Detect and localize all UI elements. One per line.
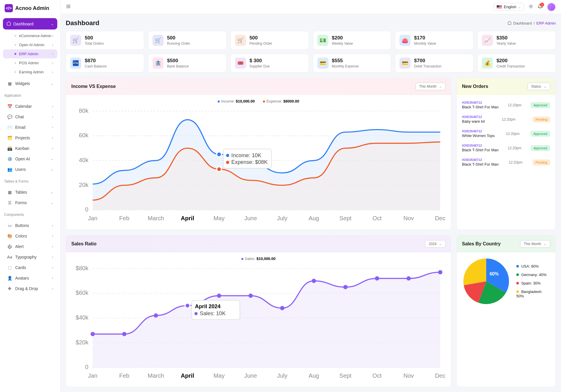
stat-card: 🛒500Total Orders bbox=[66, 31, 144, 50]
chevron-down-icon: ⌄ bbox=[439, 84, 442, 89]
stat-card: 🏦$500Bank Balance bbox=[148, 54, 226, 72]
svg-text:$80k: $80k bbox=[76, 265, 89, 271]
theme-toggle-button[interactable] bbox=[528, 4, 534, 10]
chevron-icon: › bbox=[52, 125, 53, 129]
sidebar-item[interactable]: ✉️Email› bbox=[3, 122, 57, 133]
sidebar-item[interactable]: ☰Forms⌄ bbox=[3, 197, 57, 208]
stat-card: 👛$170Monthly Value bbox=[395, 31, 473, 50]
stat-card: 🎟️$ 300Supplier Due bbox=[231, 54, 309, 72]
stat-label: Supplier Due bbox=[250, 64, 270, 68]
svg-text:Dec: Dec bbox=[435, 372, 446, 379]
menu-toggle-button[interactable] bbox=[66, 4, 71, 10]
svg-text:Aug: Aug bbox=[309, 215, 319, 221]
stat-card: 💰$200Credit Transaction bbox=[477, 54, 556, 72]
sidebar-item[interactable]: ⬚Cards› bbox=[3, 262, 57, 273]
sales-country-filter[interactable]: This Month ⌄ bbox=[520, 240, 550, 248]
svg-point-37 bbox=[226, 154, 229, 157]
nav-icon: 🎨 bbox=[7, 233, 12, 239]
sidebar-item[interactable]: 👤Avatars› bbox=[3, 273, 57, 283]
stat-card: 🏧$870Cash Balance bbox=[66, 54, 144, 72]
stat-label: Pending Order bbox=[250, 41, 272, 46]
stat-icon: 🛒 bbox=[70, 35, 81, 46]
income-expense-legend: Income: $10,000.00 Expense: $8000.00 bbox=[71, 99, 446, 103]
sidebar-item[interactable]: ▭Buttons› bbox=[3, 220, 57, 231]
nav-icon: 💬 bbox=[7, 114, 12, 119]
sidebar-item[interactable]: ⚙️Open AI⌄ bbox=[3, 154, 57, 164]
logo-icon: </> bbox=[5, 4, 13, 12]
order-id: #OID3548712 bbox=[462, 101, 498, 104]
widgets-icon: ▦ bbox=[7, 81, 12, 86]
language-selector[interactable]: English ⌄ bbox=[494, 3, 524, 11]
country-legend-item: Bangladesh: 50% bbox=[516, 289, 550, 298]
sales-country-card: Sales By Country This Month ⌄ 60% USA: 6… bbox=[456, 235, 556, 387]
new-orders-filter[interactable]: Status ⌄ bbox=[527, 83, 550, 90]
chevron-right-icon: › bbox=[52, 61, 53, 65]
stat-value: $ 300 bbox=[250, 58, 270, 64]
stat-value: $500 bbox=[167, 58, 189, 64]
chevron-icon: › bbox=[52, 244, 53, 249]
home-icon bbox=[6, 21, 11, 27]
svg-point-3 bbox=[530, 6, 532, 7]
svg-text:Expense: $08K: Expense: $08K bbox=[231, 159, 268, 165]
sales-ratio-filter[interactable]: 2024 ⌄ bbox=[425, 240, 446, 248]
sidebar-item[interactable]: ⏻Alert› bbox=[3, 241, 57, 252]
svg-line-11 bbox=[532, 5, 532, 5]
svg-point-67 bbox=[217, 294, 221, 298]
svg-point-68 bbox=[249, 294, 253, 298]
breadcrumb-root[interactable]: Dashboard bbox=[513, 21, 532, 25]
stat-icon: 👛 bbox=[399, 35, 411, 46]
sidebar-item[interactable]: 🗃️Kanban› bbox=[3, 143, 57, 154]
stat-icon: 🏧 bbox=[70, 58, 81, 69]
sidebar-item[interactable]: 🎨Colors› bbox=[3, 231, 57, 241]
svg-text:March: March bbox=[148, 372, 164, 379]
new-orders-card: New Orders Status ⌄ #OID3548712Black T-S… bbox=[456, 78, 556, 230]
chevron-icon: › bbox=[52, 115, 53, 119]
svg-text:June: June bbox=[244, 215, 257, 221]
sidebar-item[interactable]: 💬Chat› bbox=[3, 112, 57, 122]
sidebar-subitem[interactable]: POS Admin› bbox=[3, 58, 57, 67]
order-row[interactable]: #OID3548712Baby ware kit12:20pmPending bbox=[462, 112, 550, 126]
notifications-button[interactable]: 2 bbox=[538, 4, 543, 10]
svg-point-64 bbox=[122, 332, 127, 336]
user-avatar[interactable] bbox=[547, 3, 556, 11]
chevron-right-icon: › bbox=[52, 43, 53, 47]
svg-text:$20k: $20k bbox=[76, 339, 89, 345]
sidebar-item[interactable]: AᴀTypography› bbox=[3, 252, 57, 262]
sidebar-subitem[interactable]: Open AI Admin› bbox=[3, 40, 57, 49]
svg-point-75 bbox=[185, 303, 190, 308]
order-row[interactable]: #OID3548712White Women Tops12:20pmApprov… bbox=[462, 126, 550, 141]
svg-text:Feb: Feb bbox=[119, 215, 129, 221]
order-row[interactable]: #OID3548712Black T-Shirt For Man12:20pmP… bbox=[462, 155, 550, 169]
order-row[interactable]: #OID3548712Black T-Shirt For Man12:20pmA… bbox=[462, 98, 550, 112]
sidebar-item[interactable]: 👥Users⌄ bbox=[3, 164, 57, 175]
stat-label: Running Order bbox=[167, 41, 190, 46]
section-title-application: Application bbox=[0, 91, 60, 99]
sidebar-item[interactable]: ▦Tables⌄ bbox=[3, 187, 57, 197]
language-label: English bbox=[504, 5, 516, 9]
country-legend-item: Spain: 30% bbox=[516, 281, 550, 285]
chevron-down-icon: ⌄ bbox=[50, 81, 53, 86]
svg-point-74 bbox=[438, 270, 442, 274]
order-time: 12:20pm bbox=[502, 117, 515, 122]
svg-text:Oct: Oct bbox=[373, 215, 382, 221]
sidebar-item[interactable]: 📅Calendar› bbox=[3, 101, 57, 112]
svg-point-34 bbox=[217, 152, 221, 157]
order-product: Baby ware kit bbox=[462, 119, 485, 124]
order-id: #OID3548712 bbox=[462, 158, 498, 162]
sales-ratio-chart: 0$20k$40k$60k$80kJanFebMarchAprilMayJune… bbox=[71, 263, 446, 381]
sales-ratio-card: Sales Ratio 2024 ⌄ Sales: $10,000.00 0$2… bbox=[66, 235, 451, 387]
sidebar-subitem[interactable]: eCommerce Admin› bbox=[3, 31, 57, 40]
sidebar-item[interactable]: ✥Drag & Drop› bbox=[3, 283, 57, 294]
logo[interactable]: </> Acnoo Admin bbox=[0, 0, 60, 16]
sidebar-subitem[interactable]: ERP Admin› bbox=[3, 49, 57, 58]
income-expense-filter[interactable]: This Month ⌄ bbox=[415, 83, 446, 90]
sidebar-item-dashboard[interactable]: Dashboard ⌄ bbox=[3, 18, 57, 30]
stat-card: 💳$700Debit Transaction bbox=[395, 54, 473, 72]
order-row[interactable]: #OID3548712Black T-Shirt For Man12:20pmA… bbox=[462, 141, 550, 155]
chevron-icon: › bbox=[52, 255, 53, 259]
sidebar-item-widgets[interactable]: ▦ Widgets ⌄ bbox=[3, 78, 57, 89]
sidebar-widgets-label: Widgets bbox=[15, 81, 30, 86]
sidebar-item[interactable]: 🗂️Projects› bbox=[3, 133, 57, 143]
svg-point-78 bbox=[194, 312, 198, 315]
sidebar-subitem[interactable]: Earning Admin› bbox=[3, 67, 57, 77]
